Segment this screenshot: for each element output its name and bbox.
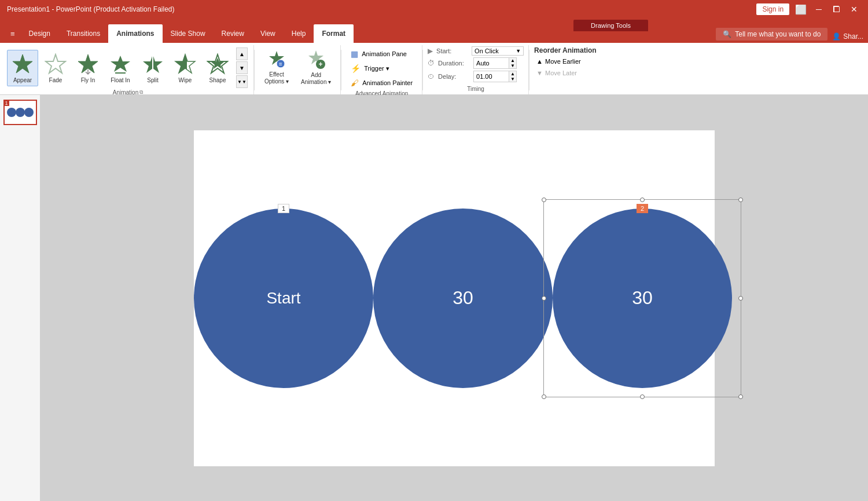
reorder-content: Reorder Animation ▲ Move Earlier ▼ Move … — [534, 46, 597, 86]
handle-br — [738, 394, 743, 399]
search-icon: 🔍 — [723, 30, 731, 38]
animation-wipe[interactable]: Wipe — [170, 50, 200, 86]
ribbon: Appear Fade — [0, 43, 868, 95]
delay-input[interactable]: 01.00 — [474, 72, 509, 81]
delay-icon: ⏲ — [428, 72, 435, 81]
person-icon: 👤 — [832, 32, 841, 41]
handle-tl — [542, 198, 546, 202]
svg-marker-4 — [111, 56, 130, 72]
move-later-button[interactable]: ▼ Move Later — [534, 68, 579, 78]
animation-fly-in[interactable]: Fly In — [73, 50, 103, 86]
circle-30b-container[interactable]: 2 30 — [553, 209, 732, 388]
title-bar: Presentation1 - PowerPoint (Product Acti… — [0, 0, 868, 19]
slide-canvas[interactable]: 1 Start 30 — [41, 95, 868, 501]
animation-float-in[interactable]: Float In — [105, 50, 135, 86]
move-later-label: Move Later — [545, 70, 577, 76]
handle-bc — [640, 394, 645, 399]
scroll-more[interactable]: ▼▼ — [236, 75, 248, 88]
minimize-button[interactable]: ─ — [812, 5, 825, 14]
advanced-animation-content: ▦ Animation Pane ⚡ Trigger ▾ 🖌 Animation… — [346, 46, 417, 90]
slide-thumbnail-1[interactable]: 1 — [3, 100, 37, 125]
sign-in-button[interactable]: Sign in — [756, 3, 789, 15]
svg-text:+: + — [319, 60, 323, 68]
animation-painter-button[interactable]: 🖌 Animation Painter — [346, 76, 417, 89]
circle-start[interactable]: Start — [194, 209, 373, 388]
svg-point-20 — [16, 108, 25, 117]
fade-label: Fade — [49, 77, 62, 83]
animation-shape[interactable]: Shape — [203, 50, 233, 86]
tab-animations[interactable]: Animations — [108, 24, 162, 43]
tab-slideshow[interactable]: Slide Show — [163, 24, 214, 43]
split-icon — [141, 53, 164, 76]
trigger-button[interactable]: ⚡ Trigger ▾ — [346, 62, 394, 75]
tab-help[interactable]: Help — [284, 24, 314, 43]
delay-spinner[interactable]: 01.00 ▲ ▼ — [473, 71, 517, 82]
circle-30a[interactable]: 30 — [373, 209, 553, 388]
delay-label: Delay: — [438, 73, 470, 80]
duration-up[interactable]: ▲ — [509, 58, 516, 63]
move-later-icon: ▼ — [536, 70, 543, 76]
effect-options-label: EffectOptions ▾ — [264, 71, 289, 85]
reorder-title: Reorder Animation — [534, 46, 597, 54]
start-label: Start: — [436, 47, 468, 54]
circle-30a-container[interactable]: 30 — [373, 209, 553, 388]
move-earlier-icon: ▲ — [536, 58, 543, 65]
close-button[interactable]: ✕ — [847, 5, 861, 14]
fade-icon — [44, 53, 67, 76]
circle-start-text: Start — [266, 289, 300, 308]
slide-content: 1 Start 30 — [194, 130, 715, 466]
appear-icon — [11, 53, 34, 76]
effect-add-group: ≡ EffectOptions ▾ + AddAnimation ▾ . — [255, 45, 341, 94]
animation-appear[interactable]: Appear — [7, 50, 38, 86]
slide-thumb-content — [6, 102, 35, 123]
circle-start-container[interactable]: 1 Start — [194, 209, 373, 388]
duration-input[interactable]: Auto — [474, 59, 509, 67]
handle-tc — [640, 198, 645, 202]
handle-tr — [738, 198, 743, 202]
duration-arrows: ▲ ▼ — [509, 58, 516, 68]
svg-marker-1 — [46, 54, 65, 73]
anim-badge-2: 2 — [637, 204, 648, 213]
scroll-down[interactable]: ▼ — [236, 61, 248, 74]
delay-up[interactable]: ▲ — [509, 71, 516, 76]
timing-group-label: Timing — [467, 86, 484, 93]
scroll-arrows: ▲ ▼ ▼▼ — [235, 46, 249, 89]
tab-view[interactable]: View — [252, 24, 284, 43]
start-dropdown[interactable]: On Click ▼ — [472, 46, 524, 56]
effect-options-button[interactable]: ≡ EffectOptions ▾ — [259, 47, 294, 87]
duration-icon: ⏱ — [428, 59, 435, 67]
animation-painter-label: Animation Painter — [362, 79, 413, 86]
move-earlier-button[interactable]: ▲ Move Earlier — [534, 57, 583, 66]
delay-down[interactable]: ▼ — [509, 76, 516, 82]
monitor-icon: ⬜ — [795, 4, 807, 15]
circle-30b[interactable]: 30 — [553, 209, 732, 388]
handle-mr — [738, 296, 743, 301]
svg-text:≡: ≡ — [279, 61, 282, 67]
duration-spinner[interactable]: Auto ▲ ▼ — [473, 57, 517, 69]
tell-me-box[interactable]: 🔍 Tell me what you want to do — [716, 28, 827, 41]
animation-pane-button[interactable]: ▦ Animation Pane — [346, 47, 411, 60]
add-animation-button[interactable]: + AddAnimation ▾ — [296, 46, 336, 88]
share-button[interactable]: 👤 Shar... — [832, 32, 863, 41]
tab-review[interactable]: Review — [214, 24, 252, 43]
advanced-animation-group: ▦ Animation Pane ⚡ Trigger ▾ 🖌 Animation… — [341, 45, 422, 94]
reorder-group: Reorder Animation ▲ Move Earlier ▼ Move … — [529, 45, 601, 94]
move-earlier-label: Move Earlier — [545, 58, 581, 65]
timing-group: ▶ Start: On Click ▼ ⏱ Duration: Auto ▲ ▼ — [423, 45, 529, 94]
animation-fade[interactable]: Fade — [41, 50, 71, 86]
fly-in-label: Fly In — [81, 77, 95, 83]
animation-split[interactable]: Split — [138, 50, 168, 86]
svg-marker-0 — [13, 54, 32, 73]
restore-button[interactable]: ⧠ — [829, 5, 844, 14]
float-in-label: Float In — [111, 77, 130, 83]
scroll-up[interactable]: ▲ — [236, 47, 248, 60]
handle-bl — [542, 394, 546, 399]
duration-down[interactable]: ▼ — [509, 63, 516, 68]
tab-file[interactable]: ≡ — [5, 24, 21, 43]
tab-transitions[interactable]: Transitions — [58, 24, 108, 43]
effect-add-content: ≡ EffectOptions ▾ + AddAnimation ▾ — [259, 46, 336, 88]
tab-design[interactable]: Design — [21, 24, 58, 43]
tab-format[interactable]: Format — [314, 24, 354, 43]
slide-panel: 1 — [0, 95, 41, 501]
painter-icon: 🖌 — [351, 78, 359, 87]
